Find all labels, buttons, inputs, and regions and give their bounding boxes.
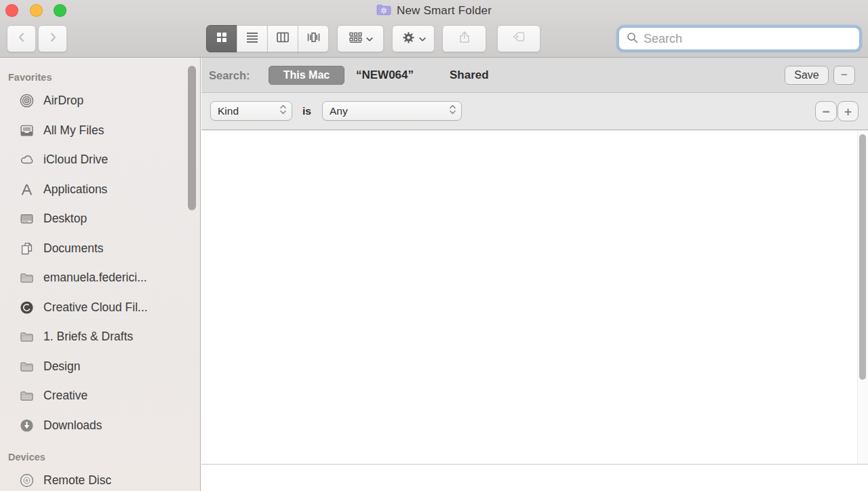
sidebar-item-all-my-files[interactable]: All My Files xyxy=(0,116,200,146)
icon-view-icon xyxy=(215,31,229,47)
sidebar-item-label: Downloads xyxy=(43,418,102,433)
applications-icon xyxy=(18,181,35,197)
scope-shared[interactable]: Shared xyxy=(450,68,489,82)
sidebar-item-design[interactable]: Design xyxy=(0,352,200,382)
search-scope-bar: Search: This Mac “NEW064” Shared Save − xyxy=(201,58,868,93)
chevron-down-icon xyxy=(419,33,426,45)
sidebar-item-label: Creative Cloud Fil... xyxy=(43,300,148,315)
column-view-icon xyxy=(276,31,290,47)
sidebar-section-favorites: Favorites xyxy=(8,70,200,85)
icloud-drive-icon xyxy=(18,152,35,168)
coverflow-view-icon xyxy=(307,31,321,47)
creative-cloud-icon xyxy=(18,299,35,315)
sidebar-item-label: Remote Disc xyxy=(43,473,111,488)
remote-disc-icon xyxy=(18,473,35,489)
smart-folder-icon xyxy=(376,4,391,18)
sidebar-item-label: Documents xyxy=(43,241,104,256)
sidebar-item-creative[interactable]: Creative xyxy=(0,381,200,411)
forward-button[interactable] xyxy=(38,25,67,52)
sidebar-item-label: iCloud Drive xyxy=(43,153,108,167)
attribute-popup[interactable]: Kind xyxy=(210,101,292,121)
attribute-popup-value: Kind xyxy=(218,105,279,117)
downloads-icon xyxy=(18,417,35,433)
sidebar-item-applications[interactable]: Applications xyxy=(0,175,200,205)
value-popup-value: Any xyxy=(330,105,449,117)
chevron-down-icon xyxy=(366,33,373,45)
stepper-chevrons-icon xyxy=(279,104,287,118)
desktop-icon xyxy=(18,211,35,227)
list-view-button[interactable] xyxy=(237,25,268,52)
sidebar-item-desktop[interactable]: Desktop xyxy=(0,204,200,234)
main-pane: Search: This Mac “NEW064” Shared Save − … xyxy=(201,58,868,491)
folder-icon xyxy=(18,388,35,404)
back-button[interactable] xyxy=(7,25,36,52)
value-popup[interactable]: Any xyxy=(322,101,462,121)
scope-search-term[interactable]: “NEW064” xyxy=(356,68,414,82)
vertical-scrollbar-track[interactable] xyxy=(857,130,868,464)
folder-icon xyxy=(18,329,35,345)
operator-label: is xyxy=(302,105,311,117)
sidebar-scrollbar-thumb[interactable] xyxy=(188,66,196,210)
sidebar-item-documents[interactable]: Documents xyxy=(0,234,200,264)
vertical-scrollbar-thumb[interactable] xyxy=(859,134,866,380)
results-area[interactable] xyxy=(201,130,868,464)
filter-rule-row: Kind is Any − + xyxy=(201,93,868,130)
finder-window: New Smart Folder xyxy=(0,0,868,491)
sidebar: Favorites AirDrop All My Files xyxy=(0,58,201,491)
sidebar-item-emanuela-federici[interactable]: emanuela.federici... xyxy=(0,263,200,293)
window-header: New Smart Folder xyxy=(0,0,868,58)
sidebar-item-label: Creative xyxy=(43,389,87,403)
icon-view-button[interactable] xyxy=(206,25,237,52)
sidebar-item-remote-disc[interactable]: Remote Disc xyxy=(0,466,200,491)
forward-chevron-icon xyxy=(48,32,58,45)
sidebar-item-label: Design xyxy=(43,359,80,374)
sidebar-item-label: AirDrop xyxy=(43,94,83,108)
view-mode-control xyxy=(206,25,329,52)
sidebar-item-downloads[interactable]: Downloads xyxy=(0,411,200,441)
scope-bar-label: Search: xyxy=(209,68,250,81)
arrange-grid-icon xyxy=(349,32,363,45)
remove-rule-button[interactable]: − xyxy=(815,101,837,121)
share-icon xyxy=(457,30,472,47)
airdrop-icon xyxy=(18,93,35,109)
sidebar-item-label: emanuela.federici... xyxy=(43,271,147,285)
folder-icon xyxy=(18,358,35,374)
documents-icon xyxy=(18,240,35,256)
search-input[interactable] xyxy=(644,32,852,46)
status-bar xyxy=(201,464,868,491)
stepper-chevrons-icon xyxy=(449,104,456,118)
back-chevron-icon xyxy=(17,32,26,45)
search-field[interactable] xyxy=(618,27,860,50)
sidebar-item-creative-cloud-files[interactable]: Creative Cloud Fil... xyxy=(0,293,200,323)
scope-this-mac[interactable]: This Mac xyxy=(269,66,344,85)
sidebar-item-label: Desktop xyxy=(43,212,87,226)
sidebar-item-label: 1. Briefs & Drafts xyxy=(43,330,133,344)
gear-icon xyxy=(401,31,416,47)
tag-icon xyxy=(511,30,527,47)
sidebar-item-briefs-drafts[interactable]: 1. Briefs & Drafts xyxy=(0,322,200,352)
column-view-button[interactable] xyxy=(267,25,298,52)
navigation-buttons xyxy=(7,25,67,52)
share-button[interactable] xyxy=(442,25,486,52)
window-title: New Smart Folder xyxy=(397,4,492,18)
sidebar-item-airdrop[interactable]: AirDrop xyxy=(0,86,200,116)
action-menu-button[interactable] xyxy=(392,25,435,52)
list-view-icon xyxy=(245,31,259,47)
titlebar: New Smart Folder xyxy=(0,3,868,19)
remove-search-button[interactable]: − xyxy=(833,66,855,85)
save-button[interactable]: Save xyxy=(785,66,829,85)
sidebar-item-label: Applications xyxy=(43,182,107,197)
tag-button[interactable] xyxy=(497,25,540,52)
coverflow-view-button[interactable] xyxy=(298,25,329,52)
folder-icon xyxy=(18,270,35,286)
all-my-files-icon xyxy=(18,122,35,138)
magnifier-icon xyxy=(626,31,639,47)
sidebar-section-devices: Devices xyxy=(8,450,200,465)
arrange-menu-button[interactable] xyxy=(337,25,384,52)
sidebar-item-label: All My Files xyxy=(43,123,104,138)
sidebar-item-icloud-drive[interactable]: iCloud Drive xyxy=(0,145,200,175)
add-rule-button[interactable]: + xyxy=(837,101,859,121)
